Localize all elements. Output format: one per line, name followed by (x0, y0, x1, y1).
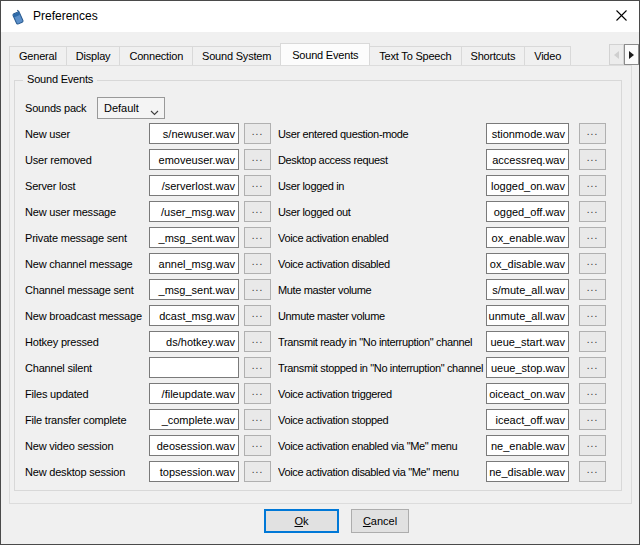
sound-file-value: ox_disable.wav (490, 258, 565, 270)
browse-button[interactable]: ... (579, 435, 606, 456)
tab-shortcuts[interactable]: Shortcuts (461, 46, 526, 65)
event-label: Transmit ready in "No interruption" chan… (278, 336, 485, 348)
sound-event-row: Transmit ready in "No interruption" chan… (278, 329, 608, 355)
browse-button[interactable]: ... (579, 305, 606, 326)
sound-file-value: emoveuser.wav (159, 154, 235, 166)
browse-button[interactable]: ... (579, 461, 606, 482)
sound-file-input[interactable]: accessreq.wav (486, 149, 569, 170)
sound-event-row: User logged out ogged_off.wav ... (278, 199, 608, 225)
browse-button[interactable]: ... (244, 357, 271, 378)
sound-file-input[interactable]: _msg_sent.wav (149, 279, 239, 300)
tab-video[interactable]: Video (524, 46, 571, 65)
browse-button[interactable]: ... (579, 201, 606, 222)
sounds-pack-select[interactable]: Default (97, 97, 165, 119)
sound-file-input[interactable]: s/newuser.wav (149, 123, 239, 144)
browse-button[interactable]: ... (244, 331, 271, 352)
sound-file-input[interactable]: s/mute_all.wav (486, 279, 569, 300)
tab-sound-events[interactable]: Sound Events (280, 43, 370, 65)
browse-button[interactable]: ... (244, 253, 271, 274)
sound-events-column-left: New user s/newuser.wav ... User removed … (25, 121, 271, 485)
ok-button[interactable]: Ok (264, 509, 339, 533)
sound-file-value: /fileupdate.wav (162, 388, 235, 400)
browse-button[interactable]: ... (244, 409, 271, 430)
sound-file-input[interactable]: ds/hotkey.wav (149, 331, 239, 352)
tab-text-to-speech[interactable]: Text To Speech (369, 46, 461, 65)
sound-file-value: ne_enable.wav (491, 440, 565, 452)
sound-file-value: _msg_sent.wav (159, 284, 235, 296)
sound-file-value: oiceact_on.wav (489, 388, 565, 400)
sound-event-row: New broadcast message dcast_msg.wav ... (25, 303, 271, 329)
sound-event-row: New channel message annel_msg.wav ... (25, 251, 271, 277)
browse-button[interactable]: ... (244, 123, 271, 144)
sound-file-value: _complete.wav (162, 414, 235, 426)
event-label: Files updated (25, 388, 148, 400)
sound-file-input[interactable]: ox_enable.wav (486, 227, 569, 248)
sound-file-input[interactable]: ox_disable.wav (486, 253, 569, 274)
close-icon (616, 9, 627, 24)
browse-button[interactable]: ... (579, 279, 606, 300)
browse-button[interactable]: ... (244, 435, 271, 456)
sound-file-input[interactable]: emoveuser.wav (149, 149, 239, 170)
sound-file-input[interactable]: ueue_start.wav (486, 331, 569, 352)
sound-event-row: Voice activation enabled via "Me" menu n… (278, 433, 608, 459)
browse-button[interactable]: ... (244, 461, 271, 482)
sound-file-input[interactable]: stionmode.wav (486, 123, 569, 144)
event-label: User logged in (278, 180, 485, 192)
browse-button[interactable]: ... (579, 357, 606, 378)
sound-file-input[interactable]: unmute_all.wav (486, 305, 569, 326)
sound-file-input[interactable]: /user_msg.wav (149, 201, 239, 222)
sound-file-input[interactable]: annel_msg.wav (149, 253, 239, 274)
tab-general[interactable]: General (9, 46, 67, 65)
sound-file-input[interactable]: ne_disable.wav (486, 461, 569, 482)
sound-file-input[interactable]: dcast_msg.wav (149, 305, 239, 326)
sound-file-input[interactable]: ogged_off.wav (486, 201, 569, 222)
event-label: Transmit stopped in "No interruption" ch… (278, 362, 485, 374)
browse-button[interactable]: ... (244, 227, 271, 248)
sound-file-input[interactable]: logged_on.wav (486, 175, 569, 196)
tab-scroll-left-button[interactable] (609, 44, 624, 65)
browse-button[interactable]: ... (579, 149, 606, 170)
sound-event-row: Hotkey pressed ds/hotkey.wav ... (25, 329, 271, 355)
sound-file-input[interactable]: ne_enable.wav (486, 435, 569, 456)
browse-button[interactable]: ... (579, 123, 606, 144)
browse-button[interactable]: ... (579, 227, 606, 248)
browse-button[interactable]: ... (244, 201, 271, 222)
sound-file-input[interactable]: _msg_sent.wav (149, 227, 239, 248)
event-label: Voice activation disabled via "Me" menu (278, 466, 485, 478)
sound-event-row: Voice activation disabled ox_disable.wav… (278, 251, 608, 277)
browse-button[interactable]: ... (579, 331, 606, 352)
browse-button[interactable]: ... (244, 175, 271, 196)
browse-button[interactable]: ... (244, 305, 271, 326)
sound-file-input[interactable]: ueue_stop.wav (486, 357, 569, 378)
close-button[interactable] (603, 1, 639, 32)
browse-button[interactable]: ... (579, 175, 606, 196)
event-label: Channel message sent (25, 284, 148, 296)
sound-event-row: Channel message sent _msg_sent.wav ... (25, 277, 271, 303)
sound-file-input[interactable]: iceact_off.wav (486, 409, 569, 430)
sounds-pack-label: Sounds pack (25, 98, 86, 119)
sound-event-row: Voice activation disabled via "Me" menu … (278, 459, 608, 485)
tab-display[interactable]: Display (66, 46, 121, 65)
tab-connection[interactable]: Connection (119, 46, 193, 65)
sound-file-input[interactable]: topsession.wav (149, 461, 239, 482)
sound-file-value: deosession.wav (157, 440, 235, 452)
sound-file-input[interactable]: _complete.wav (149, 409, 239, 430)
sound-file-input[interactable] (149, 357, 239, 378)
sound-file-input[interactable]: /serverlost.wav (149, 175, 239, 196)
sound-file-input[interactable]: /fileupdate.wav (149, 383, 239, 404)
sound-file-input[interactable]: deosession.wav (149, 435, 239, 456)
browse-button[interactable]: ... (579, 253, 606, 274)
tab-sound-system[interactable]: Sound System (192, 46, 281, 65)
event-label: Mute master volume (278, 284, 485, 296)
sound-file-input[interactable]: oiceact_on.wav (486, 383, 569, 404)
browse-button[interactable]: ... (244, 149, 271, 170)
browse-button[interactable]: ... (579, 409, 606, 430)
browse-button[interactable]: ... (579, 383, 606, 404)
sound-event-row: New video session deosession.wav ... (25, 433, 271, 459)
cancel-button[interactable]: Cancel (351, 509, 409, 533)
tab-scroll-right-button[interactable] (624, 44, 639, 65)
event-label: Voice activation enabled (278, 232, 485, 244)
event-label: Voice activation triggered (278, 388, 485, 400)
browse-button[interactable]: ... (244, 279, 271, 300)
browse-button[interactable]: ... (244, 383, 271, 404)
